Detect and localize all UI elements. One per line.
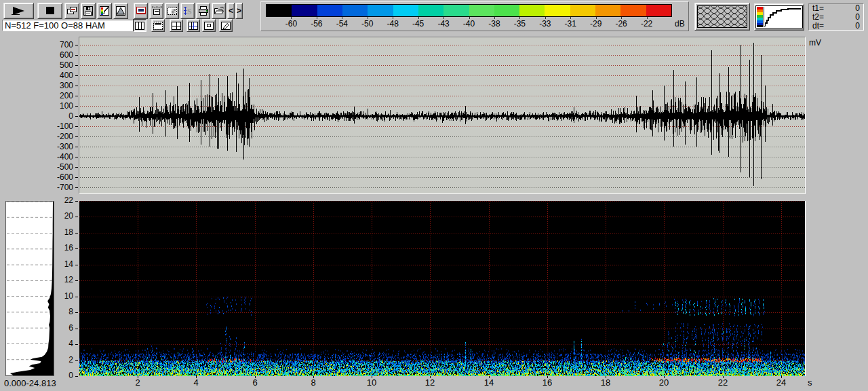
spectrogram-xtick-mark bbox=[313, 376, 314, 378]
spectrogram-xtick-8: 8 bbox=[303, 378, 323, 388]
open-file-icon bbox=[214, 5, 224, 16]
spectrogram-xtick-mark bbox=[430, 376, 431, 378]
spectrogram-xtick-22: 22 bbox=[713, 378, 733, 388]
copy-frames-button[interactable] bbox=[64, 3, 79, 19]
spectrogram-ytick-mark bbox=[75, 376, 78, 377]
average-spectrum-panel bbox=[5, 201, 54, 376]
view-columns-button[interactable] bbox=[133, 19, 146, 32]
spectrogram-ytick-mark bbox=[75, 201, 78, 202]
view-inset-button[interactable] bbox=[202, 19, 216, 32]
colorbar-tick bbox=[317, 17, 317, 19]
colorbar-segment-0 bbox=[267, 5, 292, 16]
waveform-ytick--400: -400 bbox=[46, 152, 73, 162]
db-colorbar bbox=[266, 4, 672, 17]
palette-transfer-button[interactable] bbox=[754, 3, 804, 31]
hatch-pattern-button[interactable] bbox=[694, 3, 750, 31]
colorbar-tick bbox=[494, 17, 495, 19]
dither-selection-icon bbox=[167, 5, 178, 16]
scale-settings-button[interactable]: S bbox=[180, 3, 195, 19]
window-function-button[interactable] bbox=[113, 3, 128, 19]
dt-row: dt= 0 bbox=[809, 22, 863, 31]
waveform-ytick-mark bbox=[75, 177, 78, 178]
spectrogram-ytick-mark bbox=[75, 265, 78, 265]
view-inset-icon bbox=[203, 21, 214, 31]
waveform-ytick-mark bbox=[75, 55, 78, 56]
spectrogram-xtick-mark bbox=[664, 376, 665, 378]
waveform-ytick-200: 200 bbox=[46, 91, 73, 100]
waveform-ytick--300: -300 bbox=[46, 142, 73, 151]
view-ruler-button[interactable] bbox=[151, 19, 165, 32]
ruler-device-button[interactable] bbox=[149, 3, 163, 19]
save-button[interactable] bbox=[81, 3, 96, 19]
mv-unit-label: mV bbox=[809, 38, 821, 48]
colorbar-segment-4 bbox=[368, 5, 393, 16]
cursor-time-readout: t1= 0 t2= 0 dt= 0 bbox=[808, 3, 864, 31]
waveform-ytick-mark bbox=[75, 136, 78, 137]
dither-selection-button[interactable] bbox=[165, 3, 179, 19]
waveform-ytick--500: -500 bbox=[46, 162, 73, 172]
spectrogram-xtick-2: 2 bbox=[127, 378, 148, 388]
spectrogram-ytick-mark bbox=[75, 248, 78, 249]
colorbar-segment-2 bbox=[317, 5, 342, 16]
colorbar-segment-15 bbox=[646, 5, 671, 16]
spectrogram-ytick-mark bbox=[75, 280, 78, 281]
spectrogram-ytick-22: 22 bbox=[54, 196, 73, 205]
waveform-ytick-mark bbox=[75, 126, 78, 127]
average-spectrum-shape bbox=[10, 202, 54, 375]
colorbar-label--33: -33 bbox=[534, 19, 557, 29]
colorbar-label--54: -54 bbox=[330, 19, 353, 29]
spectrogram-xtick-mark bbox=[781, 376, 782, 378]
view-edit-button[interactable] bbox=[219, 19, 233, 32]
colorbar-label--56: -56 bbox=[305, 19, 328, 29]
spectrogram-canvas[interactable] bbox=[79, 201, 805, 376]
colorbar-label--26: -26 bbox=[610, 19, 633, 29]
spectrogram-xtick-14: 14 bbox=[479, 378, 499, 388]
spectrogram-ytick-16: 16 bbox=[54, 243, 73, 253]
stop-icon bbox=[45, 5, 56, 16]
spectrogram-xtick-mark bbox=[138, 376, 138, 378]
colorbar-tick bbox=[342, 17, 342, 19]
spectrogram-xtick-18: 18 bbox=[595, 378, 616, 388]
display-box-button[interactable] bbox=[134, 3, 148, 19]
play-icon bbox=[10, 5, 28, 16]
waveform-ytick-mark bbox=[75, 167, 78, 168]
spectrogram-ytick-0: 0 bbox=[54, 371, 73, 380]
colorbar-label--40: -40 bbox=[458, 19, 481, 29]
open-file-button[interactable] bbox=[212, 3, 226, 19]
colorbar-segment-6 bbox=[418, 5, 443, 16]
prev-button[interactable]: < bbox=[227, 3, 235, 19]
waveform-canvas[interactable] bbox=[79, 37, 805, 193]
waveform-ytick-300: 300 bbox=[46, 81, 73, 90]
print-button[interactable] bbox=[196, 3, 210, 19]
next-button[interactable]: > bbox=[235, 3, 243, 19]
view-quad-button[interactable] bbox=[170, 19, 183, 32]
window-function-icon bbox=[115, 5, 126, 16]
spectrogram-ytick-mark bbox=[75, 297, 78, 297]
spectrogram-xtick-mark bbox=[196, 376, 197, 378]
waveform-ytick-mark bbox=[75, 147, 78, 147]
dt-label: dt= bbox=[812, 22, 824, 31]
view-ruler-icon bbox=[153, 21, 163, 31]
colorbar-tick bbox=[570, 17, 571, 19]
colorbar-label--35: -35 bbox=[508, 19, 531, 29]
colorbar-segment-13 bbox=[595, 5, 620, 16]
colorbar-tick bbox=[393, 17, 393, 19]
play-button[interactable] bbox=[3, 3, 34, 19]
waveform-ytick-mark bbox=[75, 75, 78, 76]
view-quad-cross-button[interactable] bbox=[186, 19, 200, 32]
palette-curve-button[interactable] bbox=[97, 3, 112, 19]
spectrogram-xtick-mark bbox=[489, 376, 490, 378]
spectrogram-xtick-mark bbox=[723, 376, 724, 378]
colorbar-segment-7 bbox=[443, 5, 469, 16]
print-icon bbox=[198, 5, 209, 16]
waveform-ytick-mark bbox=[75, 65, 78, 66]
spectrogram-ytick-mark bbox=[75, 329, 78, 329]
waveform-ytick-mark bbox=[75, 106, 78, 107]
colorbar-segment-1 bbox=[292, 5, 317, 16]
stop-button[interactable] bbox=[37, 3, 62, 19]
colorbar-label--60: -60 bbox=[279, 19, 302, 29]
waveform-ytick-mark bbox=[75, 187, 78, 188]
colorbar-tick bbox=[443, 17, 444, 19]
colorbar-label--31: -31 bbox=[559, 19, 582, 29]
status-text: N=512 F=100 O=88 HAM bbox=[5, 20, 105, 31]
